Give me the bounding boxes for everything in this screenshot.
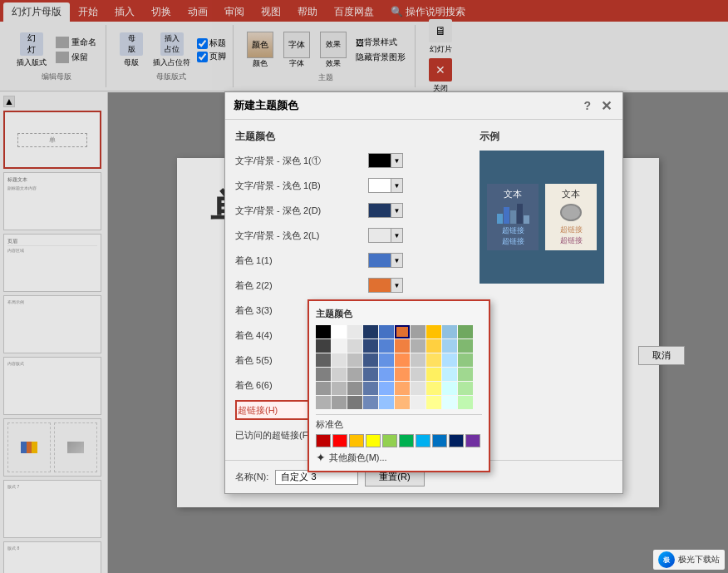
color-cell[interactable] [332,353,347,367]
color-cell[interactable] [458,325,473,338]
color-swatch-btn-5[interactable]: ▼ [368,278,403,293]
dialog-help-button[interactable]: ? [583,99,591,112]
color-cell[interactable] [379,353,394,367]
std-color-cell[interactable] [316,434,331,447]
std-color-row [316,434,482,447]
color-swatch-btn-3[interactable]: ▼ [368,228,403,243]
color-dropdown-5[interactable]: ▼ [391,278,403,293]
color-cell[interactable] [332,396,347,409]
color-cell[interactable] [442,396,457,409]
color-cell[interactable] [395,396,410,409]
color-cell[interactable] [347,368,362,381]
color-cell[interactable] [395,368,410,381]
color-cell[interactable] [347,396,362,409]
preview-link-left: 超链接 [502,225,524,236]
color-cell[interactable] [442,382,457,395]
color-cell[interactable] [316,368,331,381]
color-cell[interactable] [363,382,378,395]
color-dropdown-0[interactable]: ▼ [391,153,403,168]
color-label-5: 着色 2(2) [235,279,368,292]
std-color-cell[interactable] [399,434,414,447]
color-cell[interactable] [347,325,362,338]
color-cell[interactable] [363,353,378,367]
color-cell[interactable] [411,325,425,338]
color-dropdown-2[interactable]: ▼ [391,203,403,218]
std-color-cell[interactable] [382,434,397,447]
color-cell[interactable] [458,382,473,395]
color-cell[interactable] [426,353,441,367]
bar-3 [510,210,516,224]
color-swatch-4 [368,253,391,268]
std-color-cell[interactable] [449,434,464,447]
preview-section-label: 示例 [480,130,612,144]
plus-icon: ✦ [316,451,326,464]
std-colors-label: 标准色 [316,418,482,431]
color-cell[interactable] [379,339,394,353]
color-cell[interactable] [426,339,441,353]
color-cell[interactable] [363,368,378,381]
preview-bars-left [497,204,529,224]
color-cell[interactable] [442,368,457,381]
color-dropdown-4[interactable]: ▼ [391,253,403,268]
color-cell[interactable] [379,368,394,381]
color-cell[interactable] [395,339,410,353]
color-row-5: 着色 2(2) ▼ [235,275,466,295]
color-cell[interactable] [347,382,362,395]
color-cell[interactable] [316,382,331,395]
color-cell[interactable] [395,325,410,338]
color-cell[interactable] [426,325,441,338]
color-cell[interactable] [426,382,441,395]
color-cell[interactable] [426,396,441,409]
color-cell[interactable] [458,339,473,353]
color-cell[interactable] [316,396,331,409]
dialog-close-button[interactable]: ✕ [598,97,614,114]
color-cell[interactable] [426,368,441,381]
color-cell[interactable] [347,353,362,367]
color-cell[interactable] [411,353,425,367]
color-cell[interactable] [363,339,378,353]
color-grid [316,325,482,409]
color-cell[interactable] [316,339,331,353]
std-color-cell[interactable] [432,434,447,447]
color-cell[interactable] [395,382,410,395]
color-cell[interactable] [347,339,362,353]
color-cell[interactable] [363,396,378,409]
color-cell[interactable] [332,368,347,381]
color-cell[interactable] [363,325,378,338]
color-swatch-btn-4[interactable]: ▼ [368,253,403,268]
color-cell[interactable] [316,353,331,367]
color-swatch-5 [368,278,391,293]
color-swatch-btn-0[interactable]: ▼ [368,153,403,168]
color-swatch-btn-1[interactable]: ▼ [368,178,403,193]
color-cell[interactable] [442,325,457,338]
color-dropdown-3[interactable]: ▼ [391,228,403,243]
dialog-title-text: 新建主题颜色 [234,98,298,113]
color-cell[interactable] [379,382,394,395]
watermark-text: 极光下载站 [678,554,720,566]
color-cell[interactable] [332,325,347,338]
color-cell[interactable] [332,382,347,395]
color-swatch-btn-2[interactable]: ▼ [368,203,403,218]
color-cell[interactable] [458,396,473,409]
color-cell[interactable] [411,368,425,381]
color-cell[interactable] [332,339,347,353]
cancel-button[interactable]: 取消 [638,346,685,365]
color-cell[interactable] [442,353,457,367]
color-cell[interactable] [442,339,457,353]
std-color-cell[interactable] [349,434,364,447]
std-color-cell[interactable] [465,434,480,447]
color-cell[interactable] [458,368,473,381]
color-cell[interactable] [411,382,425,395]
color-cell[interactable] [411,339,425,353]
std-color-cell[interactable] [332,434,347,447]
std-color-cell[interactable] [366,434,381,447]
color-cell[interactable] [316,325,331,338]
color-cell[interactable] [379,325,394,338]
color-cell[interactable] [379,396,394,409]
color-cell[interactable] [395,353,410,367]
std-color-cell[interactable] [416,434,430,447]
color-dropdown-1[interactable]: ▼ [391,178,403,193]
more-colors-btn[interactable]: ✦ 其他颜色(M)... [316,451,482,464]
color-cell[interactable] [411,396,425,409]
color-cell[interactable] [458,353,473,367]
